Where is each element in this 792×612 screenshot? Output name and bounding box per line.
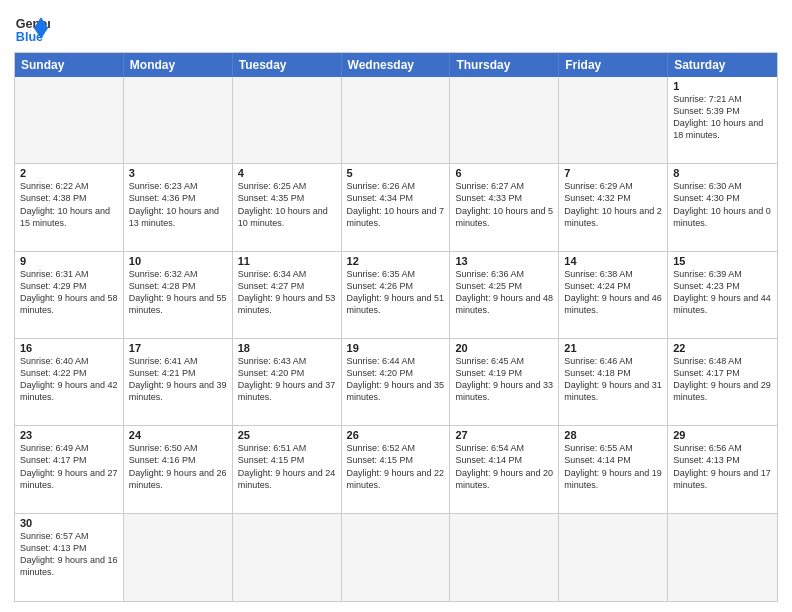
day-number: 26 bbox=[347, 429, 445, 441]
calendar-cell: 23Sunrise: 6:49 AM Sunset: 4:17 PM Dayli… bbox=[15, 426, 124, 512]
calendar-cell: 25Sunrise: 6:51 AM Sunset: 4:15 PM Dayli… bbox=[233, 426, 342, 512]
cell-info: Sunrise: 6:43 AM Sunset: 4:20 PM Dayligh… bbox=[238, 355, 336, 404]
calendar-cell bbox=[342, 77, 451, 163]
day-header: Monday bbox=[124, 53, 233, 77]
calendar-cell: 7Sunrise: 6:29 AM Sunset: 4:32 PM Daylig… bbox=[559, 164, 668, 250]
day-header: Friday bbox=[559, 53, 668, 77]
day-number: 9 bbox=[20, 255, 118, 267]
day-number: 11 bbox=[238, 255, 336, 267]
calendar-row: 16Sunrise: 6:40 AM Sunset: 4:22 PM Dayli… bbox=[15, 339, 777, 426]
calendar-cell: 1Sunrise: 7:21 AM Sunset: 5:39 PM Daylig… bbox=[668, 77, 777, 163]
logo: General Blue bbox=[14, 10, 50, 46]
calendar-cell: 14Sunrise: 6:38 AM Sunset: 4:24 PM Dayli… bbox=[559, 252, 668, 338]
day-header: Wednesday bbox=[342, 53, 451, 77]
cell-info: Sunrise: 6:40 AM Sunset: 4:22 PM Dayligh… bbox=[20, 355, 118, 404]
calendar-cell: 5Sunrise: 6:26 AM Sunset: 4:34 PM Daylig… bbox=[342, 164, 451, 250]
day-number: 12 bbox=[347, 255, 445, 267]
calendar-cell: 9Sunrise: 6:31 AM Sunset: 4:29 PM Daylig… bbox=[15, 252, 124, 338]
day-header: Thursday bbox=[450, 53, 559, 77]
calendar-cell: 13Sunrise: 6:36 AM Sunset: 4:25 PM Dayli… bbox=[450, 252, 559, 338]
calendar-cell: 27Sunrise: 6:54 AM Sunset: 4:14 PM Dayli… bbox=[450, 426, 559, 512]
calendar-cell: 6Sunrise: 6:27 AM Sunset: 4:33 PM Daylig… bbox=[450, 164, 559, 250]
day-number: 30 bbox=[20, 517, 118, 529]
day-number: 1 bbox=[673, 80, 772, 92]
day-number: 14 bbox=[564, 255, 662, 267]
cell-info: Sunrise: 6:36 AM Sunset: 4:25 PM Dayligh… bbox=[455, 268, 553, 317]
cell-info: Sunrise: 6:56 AM Sunset: 4:13 PM Dayligh… bbox=[673, 442, 772, 491]
cell-info: Sunrise: 6:52 AM Sunset: 4:15 PM Dayligh… bbox=[347, 442, 445, 491]
calendar-row: 9Sunrise: 6:31 AM Sunset: 4:29 PM Daylig… bbox=[15, 252, 777, 339]
calendar-cell: 17Sunrise: 6:41 AM Sunset: 4:21 PM Dayli… bbox=[124, 339, 233, 425]
calendar-cell: 16Sunrise: 6:40 AM Sunset: 4:22 PM Dayli… bbox=[15, 339, 124, 425]
calendar-cell bbox=[450, 514, 559, 601]
calendar-cell bbox=[124, 77, 233, 163]
day-header: Sunday bbox=[15, 53, 124, 77]
calendar-cell: 30Sunrise: 6:57 AM Sunset: 4:13 PM Dayli… bbox=[15, 514, 124, 601]
cell-info: Sunrise: 6:39 AM Sunset: 4:23 PM Dayligh… bbox=[673, 268, 772, 317]
calendar-grid: 1Sunrise: 7:21 AM Sunset: 5:39 PM Daylig… bbox=[15, 77, 777, 601]
cell-info: Sunrise: 6:50 AM Sunset: 4:16 PM Dayligh… bbox=[129, 442, 227, 491]
calendar-cell bbox=[559, 514, 668, 601]
calendar-cell bbox=[233, 514, 342, 601]
calendar-cell: 22Sunrise: 6:48 AM Sunset: 4:17 PM Dayli… bbox=[668, 339, 777, 425]
day-number: 20 bbox=[455, 342, 553, 354]
calendar-row: 2Sunrise: 6:22 AM Sunset: 4:38 PM Daylig… bbox=[15, 164, 777, 251]
day-number: 8 bbox=[673, 167, 772, 179]
cell-info: Sunrise: 6:25 AM Sunset: 4:35 PM Dayligh… bbox=[238, 180, 336, 229]
cell-info: Sunrise: 6:44 AM Sunset: 4:20 PM Dayligh… bbox=[347, 355, 445, 404]
cell-info: Sunrise: 6:22 AM Sunset: 4:38 PM Dayligh… bbox=[20, 180, 118, 229]
cell-info: Sunrise: 6:54 AM Sunset: 4:14 PM Dayligh… bbox=[455, 442, 553, 491]
cell-info: Sunrise: 6:46 AM Sunset: 4:18 PM Dayligh… bbox=[564, 355, 662, 404]
cell-info: Sunrise: 6:35 AM Sunset: 4:26 PM Dayligh… bbox=[347, 268, 445, 317]
day-number: 5 bbox=[347, 167, 445, 179]
cell-info: Sunrise: 6:23 AM Sunset: 4:36 PM Dayligh… bbox=[129, 180, 227, 229]
day-number: 10 bbox=[129, 255, 227, 267]
calendar-cell bbox=[342, 514, 451, 601]
day-number: 21 bbox=[564, 342, 662, 354]
calendar-cell: 19Sunrise: 6:44 AM Sunset: 4:20 PM Dayli… bbox=[342, 339, 451, 425]
logo-icon: General Blue bbox=[14, 10, 50, 46]
calendar-cell: 11Sunrise: 6:34 AM Sunset: 4:27 PM Dayli… bbox=[233, 252, 342, 338]
cell-info: Sunrise: 6:26 AM Sunset: 4:34 PM Dayligh… bbox=[347, 180, 445, 229]
calendar-cell: 2Sunrise: 6:22 AM Sunset: 4:38 PM Daylig… bbox=[15, 164, 124, 250]
day-number: 27 bbox=[455, 429, 553, 441]
calendar-cell: 8Sunrise: 6:30 AM Sunset: 4:30 PM Daylig… bbox=[668, 164, 777, 250]
calendar-cell bbox=[668, 514, 777, 601]
calendar-cell: 20Sunrise: 6:45 AM Sunset: 4:19 PM Dayli… bbox=[450, 339, 559, 425]
cell-info: Sunrise: 6:45 AM Sunset: 4:19 PM Dayligh… bbox=[455, 355, 553, 404]
day-number: 13 bbox=[455, 255, 553, 267]
day-number: 23 bbox=[20, 429, 118, 441]
day-number: 7 bbox=[564, 167, 662, 179]
day-number: 28 bbox=[564, 429, 662, 441]
cell-info: Sunrise: 6:30 AM Sunset: 4:30 PM Dayligh… bbox=[673, 180, 772, 229]
day-number: 17 bbox=[129, 342, 227, 354]
cell-info: Sunrise: 6:48 AM Sunset: 4:17 PM Dayligh… bbox=[673, 355, 772, 404]
calendar-cell bbox=[559, 77, 668, 163]
cell-info: Sunrise: 6:49 AM Sunset: 4:17 PM Dayligh… bbox=[20, 442, 118, 491]
day-number: 22 bbox=[673, 342, 772, 354]
day-number: 19 bbox=[347, 342, 445, 354]
calendar-row: 23Sunrise: 6:49 AM Sunset: 4:17 PM Dayli… bbox=[15, 426, 777, 513]
cell-info: Sunrise: 7:21 AM Sunset: 5:39 PM Dayligh… bbox=[673, 93, 772, 142]
day-headers: SundayMondayTuesdayWednesdayThursdayFrid… bbox=[15, 53, 777, 77]
calendar-cell: 15Sunrise: 6:39 AM Sunset: 4:23 PM Dayli… bbox=[668, 252, 777, 338]
calendar-cell bbox=[15, 77, 124, 163]
cell-info: Sunrise: 6:57 AM Sunset: 4:13 PM Dayligh… bbox=[20, 530, 118, 579]
calendar-cell bbox=[124, 514, 233, 601]
day-number: 2 bbox=[20, 167, 118, 179]
calendar-cell: 29Sunrise: 6:56 AM Sunset: 4:13 PM Dayli… bbox=[668, 426, 777, 512]
day-number: 18 bbox=[238, 342, 336, 354]
calendar-cell: 28Sunrise: 6:55 AM Sunset: 4:14 PM Dayli… bbox=[559, 426, 668, 512]
day-number: 29 bbox=[673, 429, 772, 441]
cell-info: Sunrise: 6:38 AM Sunset: 4:24 PM Dayligh… bbox=[564, 268, 662, 317]
calendar-cell: 18Sunrise: 6:43 AM Sunset: 4:20 PM Dayli… bbox=[233, 339, 342, 425]
day-number: 24 bbox=[129, 429, 227, 441]
day-number: 6 bbox=[455, 167, 553, 179]
calendar-cell: 4Sunrise: 6:25 AM Sunset: 4:35 PM Daylig… bbox=[233, 164, 342, 250]
day-number: 25 bbox=[238, 429, 336, 441]
cell-info: Sunrise: 6:51 AM Sunset: 4:15 PM Dayligh… bbox=[238, 442, 336, 491]
calendar-cell: 10Sunrise: 6:32 AM Sunset: 4:28 PM Dayli… bbox=[124, 252, 233, 338]
calendar-cell bbox=[450, 77, 559, 163]
day-number: 3 bbox=[129, 167, 227, 179]
calendar-cell bbox=[233, 77, 342, 163]
